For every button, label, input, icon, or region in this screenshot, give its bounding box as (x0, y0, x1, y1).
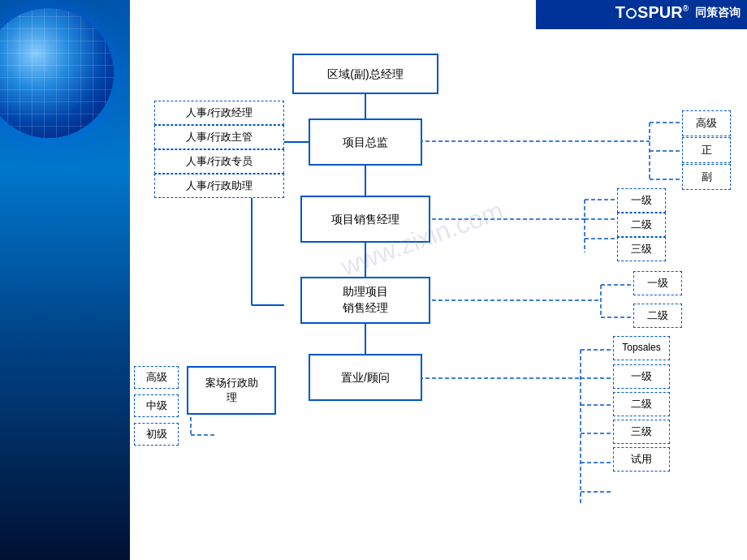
hr-specialist: 人事/行政专员 (154, 149, 284, 174)
globe-background (0, 0, 130, 560)
hr-assistant: 人事/行政助理 (154, 174, 284, 198)
main-content: 区域(副)总经理 项目总监 项目销售经理 助理项目 销售经理 置业/顾问 人事/… (130, 29, 747, 560)
n2-level-3: 三级 (617, 237, 666, 261)
hr-manager: 人事/行政经理 (154, 101, 284, 125)
logo: TSPUR® 同策咨询 (615, 3, 741, 22)
n1-level-fu: 副 (682, 164, 731, 190)
admin-level-junior: 初级 (134, 423, 179, 446)
admin-assistant-box: 案场行政助 理 (187, 366, 276, 415)
n3-level-2: 二级 (633, 304, 682, 328)
hr-supervisor: 人事/行政主管 (154, 125, 284, 149)
n4-level-2: 二级 (613, 392, 670, 416)
n1-level-senior: 高级 (682, 110, 731, 136)
node-n2: 项目销售经理 (300, 196, 430, 243)
n4-topsales: Topsales (613, 336, 670, 360)
logo-text: TSPUR® (615, 3, 689, 22)
n4-level-3: 三级 (613, 420, 670, 444)
globe-circle (0, 8, 114, 138)
node-n1: 项目总监 (309, 118, 422, 166)
node-root: 区域(副)总经理 (292, 54, 438, 94)
n2-level-2: 二级 (617, 213, 666, 237)
admin-level-senior: 高级 (134, 366, 179, 389)
node-n3: 助理项目 销售经理 (300, 277, 430, 324)
n4-trial: 试用 (613, 447, 670, 472)
top-bar: TSPUR® 同策咨询 (536, 0, 747, 29)
logo-brand: 同策咨询 (695, 6, 741, 20)
n4-level-1: 一级 (613, 364, 670, 389)
n3-level-1: 一级 (633, 271, 682, 295)
n2-level-1: 一级 (617, 188, 666, 213)
admin-level-mid: 中级 (134, 394, 179, 417)
node-n4: 置业/顾问 (309, 354, 422, 401)
n1-level-zheng: 正 (682, 137, 731, 163)
